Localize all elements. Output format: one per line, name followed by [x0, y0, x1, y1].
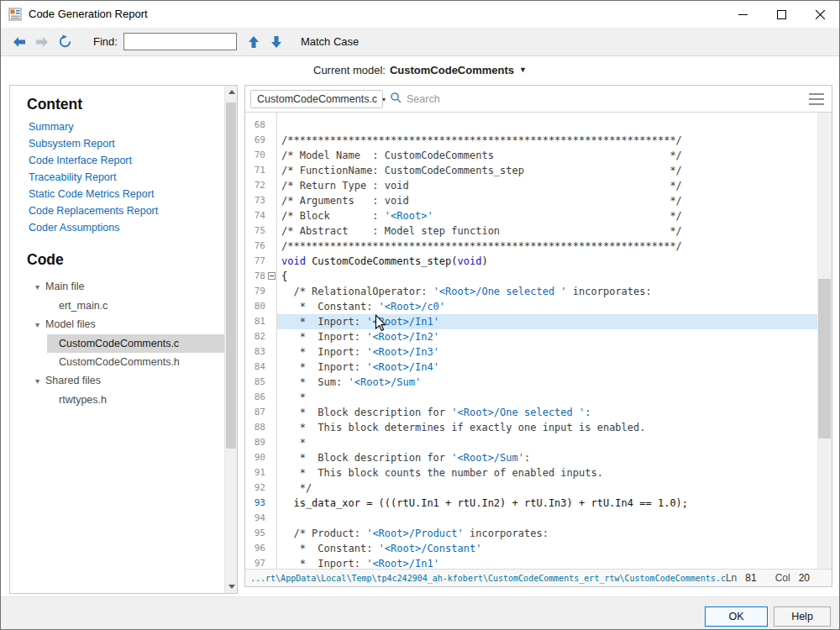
tree-file-customcodecomments-c[interactable]: CustomCodeComments.c: [47, 334, 224, 353]
file-path: ...rt\AppData\Local\Temp\tp4c242904_ah-k…: [250, 574, 726, 583]
line-number: 69: [245, 133, 267, 148]
code-line-79: 79 /* RelationalOperator: '<Root>/One se…: [245, 284, 817, 299]
code-segment: is_data_xor = (((rtU.In1 + rtU.In2) + rt…: [281, 497, 688, 509]
current-model-name[interactable]: CustomCodeComments: [390, 64, 514, 76]
menu-button[interactable]: [809, 93, 824, 105]
sidebar-link-static-code-metrics-report[interactable]: Static Code Metrics Report: [10, 186, 224, 202]
code-line-82: 82 * Inport: '<Root>/In2': [245, 329, 817, 344]
code-link[interactable]: '<Root>/Sum': [348, 376, 421, 388]
gutter: [267, 314, 277, 329]
gutter: [267, 254, 277, 269]
gutter: [267, 480, 277, 496]
find-toolbar: Find: Match Case: [1, 28, 839, 56]
find-label: Find:: [93, 35, 118, 48]
maximize-button[interactable]: [762, 1, 801, 28]
code-line-68: 68: [245, 118, 817, 133]
help-button[interactable]: Help: [774, 606, 831, 627]
sidebar-link-subsystem-report[interactable]: Subsystem Report: [10, 135, 224, 152]
code-line-81: 81 * Inport: '<Root>/In1': [245, 314, 817, 329]
gutter: [267, 390, 277, 405]
close-icon: [816, 10, 825, 19]
forward-button[interactable]: [32, 32, 52, 52]
code-line-69: 69/*************************************…: [245, 133, 817, 148]
sidebar-scrollbar[interactable]: [224, 86, 237, 593]
code-segment: /* Abstract : Model step function */: [281, 225, 682, 237]
refresh-button[interactable]: [55, 32, 75, 52]
code-segment: /***************************************…: [281, 134, 682, 146]
line-number: 97: [245, 556, 267, 569]
find-previous-icon: [248, 35, 260, 49]
fold-collapse-icon[interactable]: [268, 272, 276, 280]
line-number[interactable]: 93: [245, 496, 267, 511]
code-panel-header: CustomCodeComments.c ▾ Search: [245, 86, 832, 113]
back-button[interactable]: [9, 32, 29, 52]
code-segment: * Block description for: [281, 407, 451, 418]
tree-file-ert-main-c[interactable]: ert_main.c: [47, 297, 224, 315]
ok-button[interactable]: OK: [705, 606, 768, 627]
line-number: 91: [245, 465, 267, 480]
code-link[interactable]: '<Root>/One selected ': [433, 286, 567, 297]
sidebar-link-traceability-report[interactable]: Traceability Report: [10, 169, 224, 186]
code-link[interactable]: '<Root>/Constant': [379, 543, 482, 554]
tree-file-customcodecomments-h[interactable]: CustomCodeComments.h: [47, 353, 224, 371]
dialog-footer: OK Help: [1, 596, 839, 629]
code-scrollbar-thumb[interactable]: [818, 279, 831, 438]
code-line-88: 88 * This block determines if exactly on…: [245, 420, 817, 435]
find-previous-button[interactable]: [244, 32, 264, 52]
sidebar-link-code-interface-report[interactable]: Code Interface Report: [10, 152, 224, 169]
tree-group-model-files[interactable]: ▾Model files: [10, 315, 224, 334]
window-title: Code Generation Report: [29, 8, 148, 20]
code-link[interactable]: '<Root>/In2': [366, 331, 439, 343]
code-segment: *: [281, 391, 306, 403]
code-link[interactable]: '<Root>': [385, 210, 433, 222]
line-number: 82: [245, 329, 267, 344]
tree-collapse-icon[interactable]: ▾: [35, 278, 39, 297]
code-link[interactable]: '<Root>/In1': [366, 558, 439, 569]
sidebar-link-summary[interactable]: Summary: [10, 118, 224, 135]
scroll-up-icon[interactable]: [225, 86, 238, 98]
tree-group-shared-files[interactable]: ▾Shared files: [10, 371, 224, 391]
gutter: [267, 511, 277, 526]
match-case-toggle[interactable]: Match Case: [301, 35, 359, 48]
code-segment: void: [458, 255, 482, 267]
tree-file-rtwtypes-h[interactable]: rtwtypes.h: [47, 391, 224, 409]
code-line-97: 97 * Inport: '<Root>/In1': [245, 556, 817, 569]
close-button[interactable]: [801, 1, 839, 28]
tree-group-main-file[interactable]: ▾Main file: [10, 277, 224, 297]
code-text: {: [277, 269, 817, 284]
title-bar: Code Generation Report: [1, 1, 839, 28]
minimize-button[interactable]: [723, 1, 762, 28]
code-file-tree: ▾Main fileert_main.c▾Model filesCustomCo…: [10, 277, 224, 409]
tree-item-label: CustomCodeComments.h: [59, 356, 180, 368]
sidebar-link-code-replacements-report[interactable]: Code Replacements Report: [10, 202, 224, 219]
model-dropdown-caret-icon[interactable]: ▼: [519, 66, 527, 74]
code-link[interactable]: '<Root>/Product': [366, 528, 464, 539]
code-link[interactable]: '<Root>/In4': [366, 361, 439, 373]
gutter: [267, 299, 277, 314]
tree-item-label: Shared files: [45, 375, 101, 386]
code-link[interactable]: '<Root>/c0': [379, 301, 445, 312]
code-link[interactable]: '<Root>/In3': [366, 346, 439, 358]
code-text: /* Block : '<Root>' */: [277, 208, 817, 223]
code-text: /* RelationalOperator: '<Root>/One selec…: [277, 284, 817, 299]
find-next-icon: [270, 35, 282, 49]
sidebar-scrollbar-thumb[interactable]: [226, 102, 236, 449]
code-text: /* Return Type : void */: [277, 178, 817, 193]
code-line-80: 80 * Constant: '<Root>/c0': [245, 299, 817, 314]
file-selector-dropdown[interactable]: CustomCodeComments.c ▾: [250, 90, 383, 108]
find-input[interactable]: [123, 33, 237, 50]
code-scrollbar[interactable]: [817, 113, 832, 569]
code-link[interactable]: '<Root>/Sum': [451, 452, 524, 464]
code-link[interactable]: '<Root>/One selected ': [451, 407, 585, 418]
gutter: [267, 223, 277, 239]
sidebar-link-coder-assumptions[interactable]: Coder Assumptions: [10, 219, 224, 236]
tree-collapse-icon[interactable]: ▾: [35, 316, 39, 334]
tree-collapse-icon[interactable]: ▾: [35, 372, 39, 391]
find-next-button[interactable]: [266, 32, 286, 52]
file-selector-caret-icon: ▾: [382, 96, 386, 103]
search-box[interactable]: Search: [390, 90, 440, 108]
scroll-down-icon[interactable]: [225, 580, 238, 593]
code-line-83: 83 * Inport: '<Root>/In3': [245, 344, 817, 360]
code-panel: CustomCodeComments.c ▾ Search 676869/***…: [244, 85, 832, 587]
code-segment: /* Return Type : void */: [281, 180, 682, 192]
